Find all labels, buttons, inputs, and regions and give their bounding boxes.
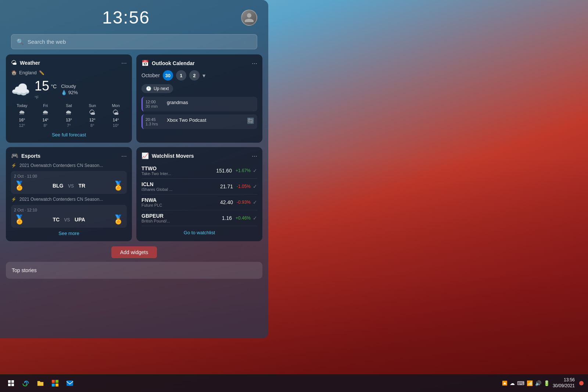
calendar-expand-chevron[interactable]: ▾ xyxy=(202,72,205,79)
watchlist-title-row: 📈 Watchlist Movers xyxy=(141,152,194,159)
match-1-meta: 2 Oct · 11:00 xyxy=(14,174,124,178)
esports-header: 🎮 Esports ··· xyxy=(11,152,127,159)
top-stories-title: Top stories xyxy=(12,267,37,273)
svg-rect-2 xyxy=(8,384,11,386)
taskbar-date: 30/09/2021 xyxy=(553,383,575,389)
start-button[interactable] xyxy=(4,377,18,390)
edge-button[interactable] xyxy=(19,377,32,390)
cloud-icon: ☁ xyxy=(510,380,515,386)
calendar-title-row: 📅 Outlook Calendar xyxy=(141,60,195,67)
weather-more-button[interactable]: ··· xyxy=(121,60,127,66)
svg-rect-5 xyxy=(55,380,58,383)
stock-name-fnwa: Future PLC xyxy=(141,203,220,207)
match-2-date: 2 Oct · 12:10 xyxy=(14,208,37,212)
calendar-widget: 📅 Outlook Calendar ··· October 30 1 2 ▾ … xyxy=(136,54,262,143)
weather-temperature: 15 xyxy=(35,78,49,93)
stock-row-ttwo[interactable]: TTWO Take-Two Inter... 151.60 +1.67% ✓ xyxy=(141,163,257,179)
add-widgets-button[interactable]: Add widgets xyxy=(111,246,157,258)
stock-info-icln: ICLN iShares Global ... xyxy=(141,181,220,192)
stock-name-ttwo: Take-Two Inter... xyxy=(141,171,216,176)
team-3-name: TC xyxy=(53,217,60,222)
top-stories-section[interactable]: Top stories xyxy=(6,262,262,279)
svg-rect-8 xyxy=(67,381,73,386)
weather-title-row: 🌤 Weather xyxy=(11,60,40,66)
event-1-time-block: 12:00 30 min xyxy=(146,100,164,108)
weather-icon: 🌤 xyxy=(11,60,17,66)
watchlist-more-button[interactable]: ··· xyxy=(252,153,257,159)
taskbar-clock[interactable]: 13:56 30/09/2021 xyxy=(553,377,575,389)
stock-ticker-fnwa: FNWA xyxy=(141,197,220,203)
weather-forecast-link[interactable]: See full forecast xyxy=(11,132,127,138)
store-button[interactable] xyxy=(49,377,62,390)
weather-cloud-icon: ☁️ xyxy=(11,81,30,99)
weather-temp-block: 15 °C °F xyxy=(35,78,57,100)
weather-forecast: Today 🌧 16° 12° Fri 🌧 14° 8° Sat 🌧 13° 7… xyxy=(11,103,127,128)
notification-dot xyxy=(579,381,584,385)
up-next-button[interactable]: 🕐 Up next xyxy=(141,84,173,93)
esports-more-button[interactable]: ··· xyxy=(121,153,127,159)
stock-price-icln: 21.71 xyxy=(220,183,233,189)
watchlist-icon: 📈 xyxy=(141,152,149,159)
stock-check-fnwa: ✓ xyxy=(253,199,257,205)
user-avatar[interactable] xyxy=(241,10,257,26)
forecast-icon-fri: 🌧 xyxy=(42,109,49,117)
calendar-nav: October 30 1 2 ▾ xyxy=(141,70,257,81)
forecast-icon-sun: 🌤 xyxy=(89,109,96,117)
stock-info-ttwo: TTWO Take-Two Inter... xyxy=(141,165,216,176)
stock-info-fnwa: FNWA Future PLC xyxy=(141,197,220,207)
chevron-up-icon[interactable]: 🔼 xyxy=(502,381,508,386)
panel-header: 13:56 xyxy=(0,0,268,31)
forecast-day-fri: Fri 🌧 14° 8° xyxy=(35,103,57,128)
esports-league2-name: 2021 Overwatch Contenders CN Season... xyxy=(19,197,103,202)
stock-price-fnwa: 42.40 xyxy=(220,199,233,205)
calendar-icon: 📅 xyxy=(141,60,149,67)
watchlist-header: 📈 Watchlist Movers ··· xyxy=(141,152,257,159)
stock-check-gbpeur: ✓ xyxy=(253,215,257,221)
stock-check-ttwo: ✓ xyxy=(253,168,257,174)
mail-button[interactable] xyxy=(63,377,76,390)
weather-condition: Cloudy 💧 92% xyxy=(61,83,78,95)
event-2-time-block: 20:45 1.3 hrs xyxy=(146,117,164,126)
forecast-day-mon: Mon 🌤 14° 10° xyxy=(105,103,127,128)
esports-widget: 🎮 Esports ··· ⚡ 2021 Overwatch Contender… xyxy=(6,147,132,241)
avatar-icon xyxy=(244,12,255,23)
calendar-today-badge[interactable]: 30 xyxy=(163,70,173,81)
esports-icon: 🎮 xyxy=(11,152,18,159)
weather-header: 🌤 Weather ··· xyxy=(11,60,127,66)
home-icon: 🏠 xyxy=(11,70,17,75)
stock-change-gbpeur: +0.46% xyxy=(236,215,251,221)
taskbar-left xyxy=(4,377,76,390)
forecast-day-sun: Sun 🌤 12° 8° xyxy=(81,103,103,128)
taskbar-sys-icons: 🔼 ☁ ⌨ 📶 🔊 🔋 xyxy=(502,380,550,386)
stock-price-ttwo: 151.60 xyxy=(216,168,232,174)
taskbar-right: 🔼 ☁ ⌨ 📶 🔊 🔋 13:56 30/09/2021 xyxy=(502,377,584,389)
esports-see-more-link[interactable]: See more xyxy=(11,231,127,236)
stock-row-icln[interactable]: ICLN iShares Global ... 21.71 -1.05% ✓ xyxy=(141,179,257,195)
calendar-badge-1: 1 xyxy=(176,70,186,81)
search-placeholder: Search the web xyxy=(28,39,66,45)
stock-info-gbpeur: GBPEUR British Pound/... xyxy=(141,213,222,223)
weather-unit-c: °C xyxy=(51,83,57,89)
stock-row-gbpeur[interactable]: GBPEUR British Pound/... 1.16 +0.46% ✓ xyxy=(141,210,257,226)
stock-ticker-icln: ICLN xyxy=(141,181,220,187)
calendar-badge-2: 2 xyxy=(189,70,200,81)
calendar-more-button[interactable]: ··· xyxy=(252,60,257,67)
esports-league-1: ⚡ 2021 Overwatch Contenders CN Season... xyxy=(11,163,127,168)
watchlist-widget: 📈 Watchlist Movers ··· TTWO Take-Two Int… xyxy=(136,147,262,241)
edit-location-icon[interactable]: ✏️ xyxy=(39,70,44,75)
svg-rect-3 xyxy=(11,384,14,386)
search-bar[interactable]: 🔍 Search the web xyxy=(11,34,257,49)
weather-unit-f: °F xyxy=(35,95,39,100)
panel-time: 13:56 xyxy=(11,7,241,28)
stock-ticker-gbpeur: GBPEUR xyxy=(141,213,222,219)
clock-icon: 🕐 xyxy=(146,86,151,91)
event-sync-icon[interactable]: 🔄 xyxy=(247,117,254,126)
watchlist-go-link[interactable]: Go to watchlist xyxy=(141,230,257,235)
team-1-logo: 🏅 xyxy=(14,181,25,191)
svg-rect-1 xyxy=(11,380,14,383)
explorer-button[interactable] xyxy=(34,377,47,390)
wifi-icon[interactable]: 📶 xyxy=(527,380,533,386)
volume-icon[interactable]: 🔊 xyxy=(535,380,541,386)
forecast-day-today: Today 🌧 16° 12° xyxy=(11,103,33,128)
stock-row-fnwa[interactable]: FNWA Future PLC 42.40 -0.93% ✓ xyxy=(141,195,257,210)
